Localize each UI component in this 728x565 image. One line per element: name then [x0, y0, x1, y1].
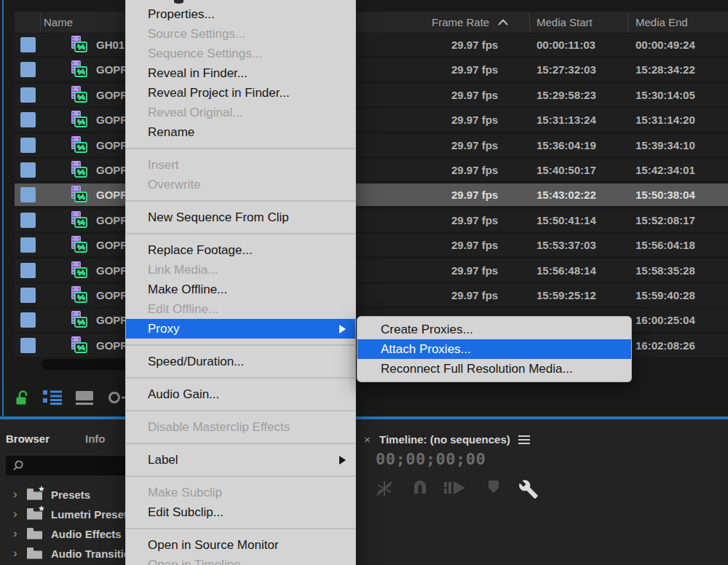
context-menu-item-label: Properties... [148, 7, 215, 21]
column-header-media-start[interactable]: Media Start [537, 12, 593, 33]
context-menu-item[interactable]: Disable Masterclip Effects [126, 417, 355, 437]
table-row[interactable]: GOPR 29.97 fps 15:27:32:03 15:28:34:22 [15, 58, 728, 81]
snap-magnet-icon[interactable] [411, 479, 429, 497]
chevron-right-icon[interactable]: › [13, 506, 17, 522]
clip-frame-rate: 29.97 fps [451, 84, 498, 106]
context-menu-item[interactable]: Overwrite [126, 175, 355, 194]
label-color-chip[interactable] [20, 62, 36, 77]
table-row[interactable]: GOPR 29.97 fps 15:53:37:03 15:56:04:18 [15, 234, 728, 256]
timeline-settings-wrench-icon[interactable] [518, 479, 539, 499]
table-row[interactable]: GH01 29.97 fps 00:00:11:03 00:00:49:24 [15, 33, 728, 56]
av-clip-icon [69, 60, 89, 79]
label-color-chip[interactable] [20, 263, 36, 278]
list-item-label: Lumetri Presets [51, 505, 133, 524]
context-menu-item[interactable]: Label [126, 450, 355, 470]
context-menu-item-label: Proxy [148, 322, 179, 336]
context-menu-item[interactable]: Reveal Project in Finder... [126, 83, 355, 103]
context-menu-item[interactable]: Properties... [126, 4, 355, 24]
clip-frame-rate: 29.97 fps [451, 134, 498, 157]
context-menu-item[interactable]: Rename [126, 122, 355, 142]
table-row[interactable]: GOPR 29.97 fps 15:43:02:22 15:50:38:04 [15, 183, 728, 206]
list-view-icon[interactable] [42, 390, 63, 406]
label-color-chip[interactable] [20, 213, 36, 228]
timeline-panel-title[interactable]: Timeline: (no sequences) [379, 433, 510, 446]
clip-media-end: 15:58:35:28 [636, 259, 695, 282]
clip-media-end: 15:56:04:18 [636, 234, 695, 256]
table-row[interactable]: GOPR 29.97 fps 15:36:04:19 15:39:34:10 [15, 134, 728, 157]
label-color-chip[interactable] [20, 312, 36, 328]
context-menu-item-label: Speed/Duration... [148, 355, 244, 368]
context-menu-item[interactable]: Reveal Original... [126, 103, 355, 122]
context-menu-item[interactable]: Speed/Duration... [126, 352, 355, 371]
submenu-arrow-icon [339, 325, 346, 333]
context-menu-item[interactable]: Audio Gain... [126, 384, 355, 404]
label-color-chip[interactable] [20, 112, 36, 127]
table-row[interactable]: GOPR 29.97 fps 15:56:48:14 15:58:35:28 [15, 259, 728, 282]
submenu-item-label: Attach Proxies... [381, 342, 471, 356]
label-color-chip[interactable] [20, 162, 36, 178]
sort-ascending-icon[interactable] [498, 19, 508, 25]
menu-separator [126, 339, 355, 352]
panel-menu-icon[interactable] [518, 435, 530, 445]
label-color-chip[interactable] [20, 87, 36, 103]
context-menu-item[interactable]: Proxy [126, 319, 355, 339]
label-color-chip[interactable] [20, 237, 36, 253]
context-menu-item[interactable]: Open in Timeline [126, 555, 355, 565]
clip-media-start: 00:00:11:03 [537, 33, 596, 56]
menu-separator [126, 371, 355, 384]
column-header-name[interactable]: Name [44, 12, 73, 33]
chevron-right-icon[interactable]: › [13, 526, 17, 542]
label-color-chip[interactable] [20, 37, 36, 52]
clip-name: GOPR [96, 84, 128, 106]
column-header-frame-rate[interactable]: Frame Rate [432, 12, 489, 33]
table-row[interactable]: GOPR 29.97 fps 15:40:50:17 15:42:34:01 [15, 159, 728, 181]
chevron-right-icon[interactable]: › [13, 486, 17, 502]
context-menu-item[interactable]: Edit Subclip... [126, 502, 355, 522]
linked-selection-icon[interactable] [443, 479, 467, 497]
clip-media-start: 15:59:25:12 [537, 284, 596, 307]
clip-name: GOPR [96, 58, 128, 81]
context-menu-item[interactable]: Replace Footage... [126, 240, 355, 260]
table-row[interactable]: GOPR 29.97 fps 15:59:25:12 15:59:40:28 [15, 284, 728, 307]
context-menu-item[interactable]: Make Offline... [126, 280, 355, 299]
project-writable-lock-icon[interactable] [15, 390, 31, 407]
menu-separator [126, 194, 355, 208]
tab-browser[interactable]: Browser [6, 432, 50, 445]
clip-list: GH01 29.97 fps 00:00:11:03 00:00:49:24 [15, 33, 728, 359]
label-color-chip[interactable] [20, 187, 36, 202]
context-menu-item[interactable]: Reveal in Finder... [126, 63, 355, 83]
chevron-right-icon[interactable]: › [13, 545, 17, 561]
submenu-item[interactable]: Create Proxies... [357, 320, 631, 339]
clip-media-end: 15:59:40:28 [636, 284, 695, 307]
context-menu-item[interactable]: Edit Offline... [126, 299, 355, 319]
context-menu-item-label: Reveal in Finder... [148, 66, 248, 80]
context-menu-item[interactable]: Sequence Settings... [126, 44, 355, 63]
submenu-item[interactable]: Attach Proxies... [357, 339, 631, 359]
context-menu-item[interactable]: Open in Source Monitor [126, 535, 355, 555]
label-color-chip[interactable] [20, 338, 36, 353]
context-menu-item[interactable]: Source Settings... [126, 24, 355, 44]
clip-media-start: 15:56:48:14 [537, 259, 596, 282]
icon-view-icon[interactable] [75, 390, 94, 406]
folder-icon [26, 527, 43, 540]
context-menu-item-label: Edit Subclip... [148, 505, 223, 519]
table-row[interactable]: GOPR 29.97 fps 15:29:58:23 15:30:14:05 [15, 84, 728, 106]
nest-sequences-icon[interactable] [375, 479, 394, 498]
add-marker-icon[interactable] [486, 479, 501, 495]
zoom-slider[interactable] [107, 390, 126, 406]
context-menu-item-label: Open in Source Monitor [148, 538, 279, 552]
label-color-chip[interactable] [20, 138, 36, 153]
table-row[interactable]: GOPR 29.97 fps 15:50:41:14 15:52:08:17 [15, 209, 728, 232]
close-icon[interactable]: × [364, 433, 371, 446]
context-menu-item-label: Make Offline... [148, 282, 227, 296]
context-menu-item[interactable]: Link Media... [126, 260, 355, 280]
column-header-media-end[interactable]: Media End [636, 12, 688, 33]
tab-info[interactable]: Info [85, 432, 106, 445]
table-row[interactable]: GOPR 29.97 fps 15:31:13:24 15:31:14:20 [15, 108, 728, 131]
submenu-item[interactable]: Reconnect Full Resolution Media... [357, 359, 631, 379]
timecode-display[interactable]: 00;00;00;00 [376, 450, 486, 468]
context-menu-item[interactable]: Make Subclip [126, 483, 355, 502]
context-menu-item[interactable]: Insert [126, 155, 355, 175]
label-color-chip[interactable] [20, 288, 36, 303]
context-menu-item[interactable]: New Sequence From Clip [126, 208, 355, 227]
